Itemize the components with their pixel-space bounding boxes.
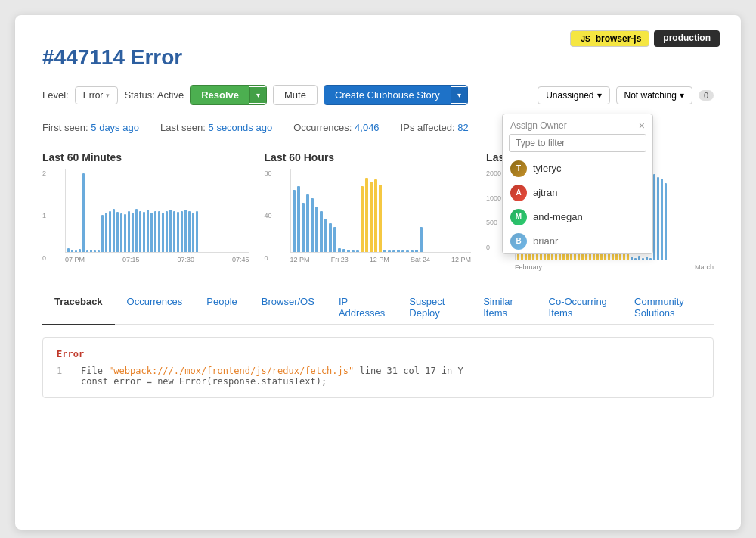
top-badges: JS browser-js production [570, 30, 720, 47]
resolve-dropdown-button[interactable]: ▾ [249, 87, 266, 103]
code-string-path: "webpack:///./mox/frontend/js/redux/fetc… [108, 365, 354, 376]
assign-dropdown-header: Assign Owner × [503, 114, 652, 134]
chart-60min-title: Last 60 Minutes [42, 151, 249, 163]
chart-60min-ymid: 1 [42, 212, 46, 219]
chart-60min-bars [65, 169, 249, 253]
mute-button[interactable]: Mute [273, 85, 318, 105]
chart-last6-yextra: 0 [486, 244, 501, 251]
clubhouse-button[interactable]: Create Clubhouse Story [324, 86, 451, 104]
last-seen-link[interactable]: 5 seconds ago [209, 122, 273, 133]
unassigned-chevron-icon: ▾ [597, 90, 602, 101]
status-label: Status: Active [124, 89, 184, 101]
line-number-blank [57, 376, 72, 387]
assign-user-tyleryc[interactable]: T tyleryc [503, 157, 652, 181]
assign-filter-input[interactable] [509, 134, 646, 152]
code-line2-text: const error = new Error(response.statusT… [81, 376, 327, 387]
assign-user-and-megan[interactable]: M and-megan [503, 205, 652, 229]
last-seen: Last seen: 5 seconds ago [160, 122, 272, 133]
chart-60min-labels: 07 PM 07:15 07:30 07:45 [65, 256, 249, 263]
tab-suspect-deploy[interactable]: Suspect Deploy [397, 291, 471, 325]
first-seen-link[interactable]: 5 days ago [91, 122, 139, 133]
js-icon: JS [578, 34, 592, 44]
tab-ip-addresses[interactable]: IP Addresses [327, 291, 397, 325]
error-code-line1: 1 File "webpack:///./mox/frontend/js/red… [57, 365, 699, 376]
chart-60-minutes: Last 60 Minutes 2 1 0 [42, 151, 265, 271]
not-watching-button[interactable]: Not watching ▾ [616, 86, 692, 104]
chart-60hr-labels: 12 PM Fri 23 12 PM Sat 24 12 PM [290, 256, 472, 263]
code-keyword-file: File [81, 365, 108, 376]
assign-user-list: T tyleryc A ajtran M and-megan B brianr [503, 157, 652, 253]
error-box: Error 1 File "webpack:///./mox/frontend/… [42, 337, 714, 398]
tab-community[interactable]: Community Solutions [622, 291, 714, 325]
error-code-line2: const error = new Error(response.statusT… [57, 376, 699, 387]
first-seen: First seen: 5 days ago [42, 122, 139, 133]
chart-60hr-ymid: 40 [265, 212, 272, 219]
line-number-1: 1 [57, 365, 72, 376]
unassigned-button[interactable]: Unassigned ▾ [538, 86, 609, 104]
level-label: Level: [42, 89, 69, 101]
chart-60min-ymin: 0 [42, 254, 46, 262]
tab-traceback[interactable]: Traceback [42, 291, 115, 325]
avatar-tyleryc: T [510, 160, 527, 177]
tab-browser-os[interactable]: Browser/OS [249, 291, 327, 325]
occurrences: Occurrences: 4,046 [293, 122, 379, 133]
assign-user-ajtran[interactable]: A ajtran [503, 181, 652, 205]
chart-60hr-ymin: 0 [265, 254, 272, 262]
error-label: Error [57, 349, 699, 359]
code-line1-post: line 31 col 17 in Y [354, 365, 463, 376]
avatar-and-megan: M [510, 209, 527, 225]
chart-last6-ymid: 1000 [486, 194, 501, 202]
avatar-brianr: B [510, 233, 527, 250]
chart-last6-ymax: 2000 [486, 169, 501, 177]
chart-last6-labels: February March [515, 263, 714, 271]
watch-count-badge: 0 [699, 90, 714, 101]
resolve-button[interactable]: Resolve [191, 86, 249, 104]
assign-owner-dropdown: Assign Owner × T tyleryc A ajtran M [502, 114, 653, 254]
chart-60min-ymax: 2 [42, 169, 46, 177]
tab-people[interactable]: People [194, 291, 249, 325]
resolve-button-group: Resolve ▾ [190, 85, 267, 105]
clubhouse-button-group: Create Clubhouse Story ▾ [324, 85, 468, 105]
page-title: #447114 Error [42, 45, 714, 70]
clubhouse-dropdown-button[interactable]: ▾ [451, 87, 467, 103]
chart-60hr-bars [290, 169, 472, 253]
tab-co-occurring[interactable]: Co-Occurring Items [537, 291, 623, 325]
avatar-ajtran: A [510, 185, 527, 201]
chart-last6-ymin: 500 [486, 219, 501, 226]
chart-60hr-title: Last 60 Hours [265, 151, 472, 163]
watching-chevron-icon: ▾ [680, 90, 684, 101]
ips-affected: IPs affected: 82 [401, 122, 469, 133]
toolbar-right: Unassigned ▾ Not watching ▾ 0 Assign Own… [538, 86, 714, 104]
main-card: JS browser-js production #447114 Error L… [15, 15, 741, 530]
tab-occurrences[interactable]: Occurrences [115, 291, 195, 325]
chart-60hr-ymax: 80 [265, 169, 272, 177]
level-chevron-icon: ▾ [106, 92, 110, 99]
production-badge: production [654, 30, 720, 47]
toolbar: Level: Error ▾ Status: Active Resolve ▾ … [42, 85, 714, 105]
tab-similar-items[interactable]: Similar Items [471, 291, 536, 325]
chart-60-hours: Last 60 Hours 80 40 0 [265, 151, 487, 271]
assign-user-brianr[interactable]: B brianr [503, 229, 652, 253]
level-dropdown[interactable]: Error ▾ [75, 86, 119, 104]
browser-js-badge: JS browser-js [570, 30, 649, 47]
tabs-row: Traceback Occurrences People Browser/OS … [42, 291, 714, 325]
close-icon[interactable]: × [639, 120, 645, 131]
